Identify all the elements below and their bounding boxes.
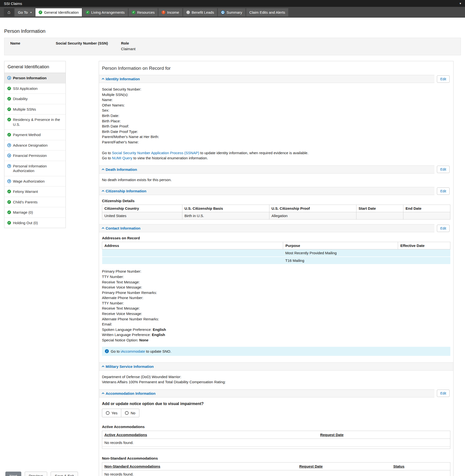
field-label: Social Security Number: [102,87,450,92]
iaccommodate-link[interactable]: iAccommodate [121,349,145,353]
field-label: Written Language Preference: [102,333,152,337]
special-notice-line: Special Notice Option: None [102,337,450,343]
numi-note: Go to NUMI Query to view the historical … [102,155,450,161]
radio-label: No [131,411,135,415]
sidebar-item[interactable]: Disability [4,94,66,104]
tab-label: Benefit Leads [192,10,214,14]
nonstandard-accommodations-table: Non-Standard Accommodations Request Date… [102,462,450,476]
field-label: Multiple SSN(s): [102,92,450,97]
nav-tab[interactable]: Income [158,8,182,16]
nav-tab[interactable]: Benefit Leads [183,8,217,16]
tab-status-icon [186,11,190,14]
sidebar-item[interactable]: Person Information [4,73,66,83]
sidebar-item-label: Child's Parents [13,200,37,205]
sidebar-status-icon [7,200,11,204]
sidebar-item-label: Disability [13,96,28,101]
edit-citizenship-button[interactable]: Edit [437,187,450,195]
sidebar-item[interactable]: Holding Out (0) [4,218,66,228]
radio-icon [106,411,110,415]
field-label: Receive Voice Message: [102,311,450,316]
home-icon: ⌂ [8,10,10,15]
table-row: United States Birth in U.S. Allegation [102,212,450,220]
chevron-up-icon [101,168,105,171]
sidebar-item-label: Holding Out (0) [13,221,38,225]
death-message: No death information exists for this per… [102,177,450,183]
nav-tab[interactable]: Resources [129,8,158,16]
radio-yes[interactable]: Yes [102,409,121,417]
contact-fields: Primary Phone Number: TTY Number: Receiv… [102,269,450,327]
column-sort-link[interactable]: Status [393,464,404,468]
spoken-language-line: Spoken Language Preference: English [102,327,450,332]
nav-tab[interactable]: Summary [218,8,245,16]
edit-death-button[interactable]: Edit [437,166,450,173]
sidebar-item[interactable]: Advance Designation [4,140,66,151]
citizenship-section-header[interactable]: Citizenship Information [99,187,434,195]
sidebar-item-label: Personal Information Authorization [13,164,63,173]
field-label: Receive Voice Message: [102,285,450,290]
sidebar-item[interactable]: SSI Application [4,83,66,94]
sidebar-item[interactable]: Marriage (0) [4,207,66,218]
tab-label: Claim Edits and Alerts [249,10,285,14]
column-sort-link[interactable]: Request Date [299,464,323,468]
table-cell: Allegation [269,212,356,220]
table-cell: T16 Mailing [283,257,398,264]
identity-section-header[interactable]: Identity Information [99,75,434,83]
sidebar-item[interactable]: Multiple SSNs [4,104,66,115]
edit-accommodation-button[interactable]: Edit [437,390,450,397]
nav-tab[interactable]: General Identification [35,8,82,16]
nav-tab[interactable]: Claim Edits and Alerts [246,8,288,16]
role-column-label: Role [121,41,455,45]
active-accommodations-table: Active Accommodations Request Date No re… [102,431,450,449]
nonstandard-accommodations-label: Non-Standard Accommodations [102,456,450,460]
sidebar-item-label: Wage Authorization [13,179,45,184]
tab-label: Income [167,10,179,14]
death-section-header[interactable]: Death Information [99,165,434,174]
active-accommodations-label: Active Accommodations [102,425,450,429]
citizenship-section: Citizenship Information Edit Citizenship… [99,187,453,224]
goto-dropdown[interactable]: Go To ▾ [15,8,35,16]
sidebar-item-label: Multiple SSNs [13,107,36,112]
sidebar-item[interactable]: Child's Parents [4,197,66,208]
edit-contact-button[interactable]: Edit [437,225,450,232]
sidebar-item[interactable]: Felony Warrant [4,186,66,197]
save-exit-button[interactable]: Save & Exit [51,472,78,476]
previous-button[interactable]: Previous [25,472,47,476]
nav-tab[interactable]: Living Arrangements [83,8,128,16]
contact-section-header[interactable]: Contact Information [99,224,434,232]
addresses-table: Address Purpose Effective Date Most Rece… [102,242,450,265]
sidebar-item[interactable]: Personal Information Authorization [4,161,66,176]
table-cell [356,212,403,220]
contact-section: Contact Information Edit Addresses on Re… [99,224,453,362]
home-button[interactable]: ⌂ [4,8,14,16]
edit-identity-button[interactable]: Edit [437,75,450,83]
table-cell: Most Recently Provided Mailing [283,249,398,257]
field-label: Birth Date: [102,113,450,118]
column-sort-link[interactable]: Active Accommodations [104,433,147,437]
table-row: T16 Mailing [102,257,450,264]
identity-fields: Social Security Number: Multiple SSN(s):… [102,87,450,145]
sidebar-status-icon [7,76,11,80]
spacer-row [102,446,450,449]
section-title: Accommodation Information [106,391,155,395]
field-label: TTY Number: [102,301,450,306]
citizenship-details-label: Citizenship Details [102,199,450,203]
sidebar-item[interactable]: Wage Authorization [4,176,66,187]
sidebar-item[interactable]: Financial Permission [4,151,66,161]
column-sort-link[interactable]: Non-Standard Accommodations [104,464,160,468]
sidebar-item[interactable]: Payment Method [4,130,66,140]
field-label: TTY Number: [102,274,450,279]
sidebar-status-icon [7,210,11,214]
info-icon: i [105,349,109,353]
chevron-down-icon[interactable]: ▾ [460,2,461,5]
ssnap-link[interactable]: Social Security Number Application Proce… [112,151,199,155]
military-section-header[interactable]: Military Service Information [99,362,453,371]
radio-no[interactable]: No [121,409,139,417]
table-header-row: Active Accommodations Request Date [102,431,450,439]
table-row: No records found. [102,439,450,446]
numi-query-link[interactable]: NUMI Query [112,156,132,160]
next-button[interactable]: Next [5,472,21,476]
column-sort-link[interactable]: Request Date [320,433,343,437]
sidebar-item[interactable]: Residency & Presence in the U.S. [4,115,66,130]
accommodation-section-header[interactable]: Accommodation Information [99,389,434,397]
field-value: None [139,338,149,342]
